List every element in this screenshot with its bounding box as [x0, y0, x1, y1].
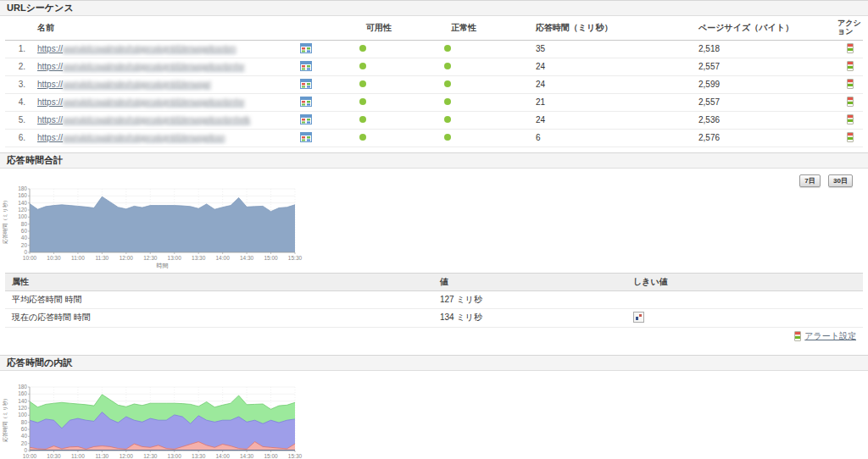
- monitor-detail-page: URLシーケンス 名前 可用性 正常性 応答時間（ミリ秒） ページサイズ（バイト…: [0, 0, 868, 459]
- attribute-value: 127 ミリ秒: [433, 290, 626, 308]
- action-icon[interactable]: [847, 61, 854, 71]
- col-header-value: 値: [433, 273, 626, 290]
- threshold-graph-icon[interactable]: [633, 312, 644, 323]
- response-time-value: 24: [522, 111, 685, 129]
- url-link[interactable]: https://wwnvkrlcowalmdevhstqproxkqmbfzle…: [37, 133, 225, 142]
- svg-text:40: 40: [21, 235, 28, 241]
- col-header-screenshot: [259, 16, 353, 40]
- col-header-attribute: 属性: [5, 273, 433, 290]
- action-icon[interactable]: [847, 97, 854, 107]
- action-icon[interactable]: [847, 79, 854, 89]
- page-size-value: 2,557: [685, 58, 837, 75]
- section-title-response-total: 応答時間合計: [0, 152, 868, 169]
- svg-text:13:00: 13:00: [168, 453, 182, 459]
- svg-text:10:30: 10:30: [47, 255, 61, 261]
- availability-status-dot: [359, 98, 366, 105]
- url-sequence-table: 名前 可用性 正常性 応答時間（ミリ秒） ページサイズ（バイト） アクション 1…: [5, 16, 863, 147]
- period-30d-button[interactable]: 30日: [828, 174, 853, 187]
- svg-text:応答時間（ミリ秒）: 応答時間（ミリ秒）: [2, 197, 8, 243]
- url-row: 1. https://wwnvkrlcowalmdevhstqproxkqmbf…: [5, 40, 863, 58]
- response-time-value: 6: [522, 129, 685, 147]
- alert-icon: [794, 331, 801, 341]
- svg-text:12:30: 12:30: [143, 255, 158, 261]
- svg-text:20: 20: [21, 241, 28, 247]
- svg-text:0: 0: [24, 447, 27, 453]
- masked-url-text: wwnvkrlcowalmdevhstqproxkqmbfzlenwqarito…: [63, 115, 250, 124]
- action-icon[interactable]: [847, 114, 854, 124]
- page-screenshot-icon[interactable]: [300, 79, 312, 91]
- svg-text:15:30: 15:30: [288, 255, 303, 261]
- masked-url-text: wwnvkrlcowalmdevhstqproxkqmbfzlenwqarito…: [63, 133, 225, 142]
- page-screenshot-icon[interactable]: [300, 97, 312, 108]
- svg-text:140: 140: [18, 199, 27, 205]
- col-header-name: 名前: [31, 16, 259, 40]
- page-size-value: 2,557: [685, 93, 837, 111]
- svg-text:13:30: 13:30: [192, 453, 206, 459]
- url-row: 5. https://wwnvkrlcowalmdevhstqproxkqmbf…: [5, 111, 863, 129]
- attribute-value: 134 ミリ秒: [433, 308, 626, 327]
- attribute-row: 現在の応答時間 時間 134 ミリ秒: [5, 308, 863, 327]
- url-link[interactable]: https://wwnvkrlcowalmdevhstqproxkqmbfzle…: [37, 62, 244, 71]
- availability-status-dot: [359, 80, 366, 87]
- url-link[interactable]: https://wwnvkrlcowalmdevhstqproxkqmbfzle…: [37, 97, 244, 107]
- page-size-value: 2,576: [685, 129, 837, 147]
- col-header-availability: 可用性: [353, 16, 437, 40]
- page-size-value: 2,599: [685, 75, 837, 93]
- svg-text:時間: 時間: [157, 263, 169, 269]
- svg-text:60: 60: [21, 228, 28, 234]
- url-table-header-row: 名前 可用性 正常性 応答時間（ミリ秒） ページサイズ（バイト） アクション: [5, 16, 863, 40]
- availability-status-dot: [359, 63, 366, 69]
- url-row: 4. https://wwnvkrlcowalmdevhstqproxkqmbf…: [5, 93, 863, 111]
- url-row: 3. https://wwnvkrlcowalmdevhstqproxkqmbf…: [5, 75, 863, 93]
- masked-url-text: wwnvkrlcowalmdevhstqproxkqmbfzlenwqarito…: [63, 62, 244, 71]
- attributes-table: 属性 値 しきい値 平均応答時間 時間 127 ミリ秒 現在の応答時間 時間 1…: [5, 273, 863, 328]
- url-link[interactable]: https://wwnvkrlcowalmdevhstqproxkqmbfzle…: [37, 80, 210, 89]
- alert-settings-link[interactable]: アラート設定: [804, 331, 856, 340]
- svg-text:応答時間（ミリ秒）: 応答時間（ミリ秒）: [2, 395, 8, 441]
- svg-text:80: 80: [21, 220, 28, 226]
- availability-status-dot: [359, 134, 366, 141]
- page-size-value: 2,536: [685, 111, 837, 129]
- masked-url-text: wwnvkrlcowalmdevhstqproxkqmbfzlenwqarito…: [63, 44, 236, 53]
- attributes-header-row: 属性 値 しきい値: [5, 273, 863, 290]
- page-screenshot-icon[interactable]: [300, 132, 312, 144]
- svg-text:13:00: 13:00: [168, 255, 182, 261]
- svg-text:100: 100: [18, 213, 27, 219]
- svg-text:10:30: 10:30: [47, 453, 61, 459]
- svg-text:11:00: 11:00: [71, 255, 85, 261]
- svg-text:13:30: 13:30: [192, 255, 206, 261]
- action-icon[interactable]: [847, 132, 854, 142]
- health-status-dot: [444, 63, 451, 69]
- svg-text:14:30: 14:30: [240, 453, 254, 459]
- response-time-value: 24: [522, 58, 685, 75]
- period-7d-button[interactable]: 7日: [799, 174, 820, 187]
- svg-text:15:00: 15:00: [264, 255, 278, 261]
- masked-url-text: wwnvkrlcowalmdevhstqproxkqmbfzlenwqari: [63, 80, 210, 89]
- page-screenshot-icon[interactable]: [300, 61, 312, 73]
- section-title-url-sequence: URLシーケンス: [0, 0, 868, 16]
- url-row: 2. https://wwnvkrlcowalmdevhstqproxkqmbf…: [5, 58, 863, 75]
- svg-text:120: 120: [18, 207, 27, 213]
- svg-text:12:00: 12:00: [120, 255, 134, 261]
- svg-text:80: 80: [21, 418, 28, 424]
- svg-text:15:00: 15:00: [264, 453, 278, 459]
- attribute-threshold: [626, 308, 863, 327]
- svg-text:12:30: 12:30: [143, 453, 158, 459]
- col-header-action: アクション: [837, 16, 863, 40]
- action-icon[interactable]: [847, 43, 854, 53]
- health-status-dot: [444, 45, 451, 52]
- period-button-row: 7日 30日: [0, 171, 853, 183]
- attribute-threshold: [626, 290, 863, 308]
- url-link[interactable]: https://wwnvkrlcowalmdevhstqproxkqmbfzle…: [37, 115, 250, 124]
- svg-text:20: 20: [21, 440, 28, 445]
- page-screenshot-icon[interactable]: [300, 43, 312, 55]
- svg-text:160: 160: [18, 192, 27, 198]
- svg-text:14:00: 14:00: [215, 453, 230, 459]
- url-link[interactable]: https://wwnvkrlcowalmdevhstqproxkqmbfzle…: [37, 44, 236, 53]
- response-time-total-chart: 02040608010012014016018010:0010:3011:001…: [0, 185, 305, 269]
- page-screenshot-icon[interactable]: [300, 114, 312, 126]
- svg-text:11:00: 11:00: [71, 453, 85, 459]
- svg-text:15:30: 15:30: [288, 453, 303, 459]
- svg-text:14:30: 14:30: [240, 255, 254, 261]
- svg-text:100: 100: [18, 412, 27, 418]
